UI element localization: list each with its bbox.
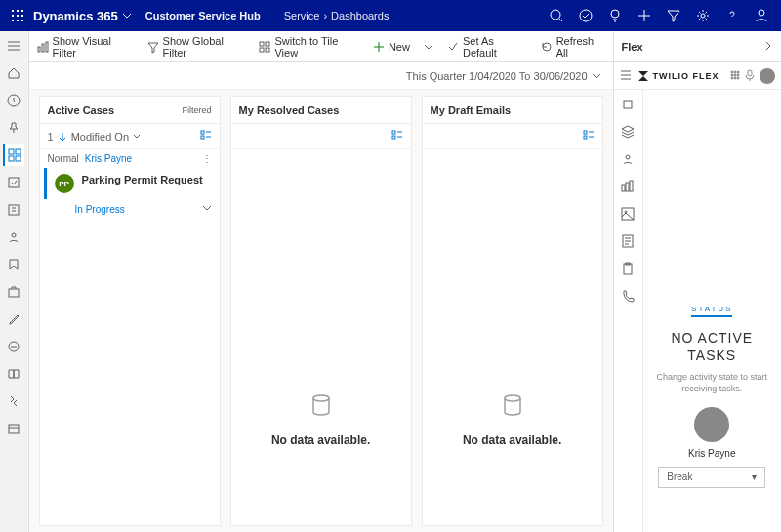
svg-rect-27 <box>46 42 48 52</box>
svg-rect-31 <box>266 48 269 52</box>
svg-rect-20 <box>9 205 19 215</box>
empty-state: No data available. <box>231 149 411 525</box>
refresh-button[interactable]: Refresh All <box>541 35 605 59</box>
flex-title: Flex <box>622 41 643 53</box>
svg-rect-25 <box>38 47 40 52</box>
svg-point-45 <box>737 74 739 76</box>
help-icon[interactable] <box>719 2 746 29</box>
calendar-icon[interactable] <box>3 418 24 439</box>
case-priority: Normal <box>48 153 79 164</box>
svg-rect-37 <box>584 131 587 134</box>
case-status-row[interactable]: In Progress <box>40 199 220 219</box>
chevron-right-icon[interactable] <box>763 41 773 53</box>
queues-icon[interactable] <box>3 336 24 357</box>
caret-down-icon: ▾ <box>752 471 757 482</box>
set-default-button[interactable]: Set As Default <box>447 35 527 59</box>
sort-field: Modified On <box>71 131 129 143</box>
col-title: My Resolved Cases <box>239 104 340 116</box>
contacts-icon[interactable] <box>3 226 24 248</box>
visual-filter-button[interactable]: Show Visual Filter <box>37 35 134 59</box>
image-icon[interactable] <box>619 205 637 223</box>
app-launcher-icon[interactable] <box>6 4 29 27</box>
svg-point-10 <box>580 10 592 21</box>
agent-icon[interactable] <box>619 96 637 113</box>
svg-rect-5 <box>21 15 23 17</box>
accounts-icon[interactable] <box>3 199 24 221</box>
edit-icon[interactable] <box>3 308 24 330</box>
view-options-icon[interactable] <box>391 130 403 143</box>
column-resolved-cases: My Resolved Cases No data available. <box>230 96 412 526</box>
no-tasks-heading: NO ACTIVE TASKS <box>651 329 773 364</box>
svg-rect-33 <box>201 136 204 139</box>
breadcrumb-service[interactable]: Service <box>284 10 320 21</box>
gear-icon[interactable] <box>689 2 717 29</box>
svg-rect-32 <box>201 131 204 134</box>
filter-icon[interactable] <box>660 2 687 29</box>
global-filter-button[interactable]: Show Global Filter <box>147 35 246 59</box>
breadcrumb: Service › Dashboards <box>284 10 390 21</box>
assistant-icon[interactable] <box>572 2 599 29</box>
case-owner[interactable]: Kris Payne <box>85 153 132 164</box>
activities-icon[interactable] <box>3 172 24 193</box>
view-options-icon[interactable] <box>200 130 212 143</box>
new-button[interactable]: New <box>373 41 410 53</box>
tile-view-button[interactable]: Switch to Tile View <box>259 35 358 59</box>
view-options-icon[interactable] <box>583 130 595 143</box>
svg-rect-17 <box>9 156 14 161</box>
row-more-icon[interactable]: ⋮ <box>202 153 212 164</box>
filtered-label: Filtered <box>183 105 212 115</box>
search-icon[interactable] <box>543 2 570 29</box>
add-icon[interactable] <box>631 2 658 29</box>
svg-rect-52 <box>622 185 625 191</box>
column-sort-bar[interactable]: 1 Modified On <box>40 124 220 149</box>
case-status: In Progress <box>75 204 125 215</box>
header-actions <box>543 2 775 29</box>
tools-icon[interactable] <box>3 390 24 412</box>
account-icon[interactable] <box>748 2 775 29</box>
svg-point-36 <box>313 395 329 401</box>
no-data-label: No data available. <box>463 433 561 447</box>
breadcrumb-dashboards[interactable]: Dashboards <box>331 10 389 21</box>
column-sort-bar[interactable] <box>231 124 411 149</box>
cases-icon[interactable] <box>3 281 24 303</box>
sort-arrow-icon <box>58 132 67 142</box>
new-dropdown[interactable] <box>424 42 433 52</box>
chevron-down-icon[interactable] <box>122 11 132 20</box>
recent-icon[interactable] <box>3 90 24 111</box>
svg-rect-0 <box>12 10 14 12</box>
svg-rect-7 <box>17 20 19 21</box>
hamburger-icon[interactable] <box>3 35 24 57</box>
column-sort-bar[interactable] <box>423 124 602 149</box>
lightbulb-icon[interactable] <box>601 2 629 29</box>
svg-point-13 <box>759 10 764 16</box>
avatar[interactable] <box>760 68 775 84</box>
layers-icon[interactable] <box>619 123 637 141</box>
queues-stats-icon[interactable] <box>619 178 637 195</box>
phone-icon[interactable] <box>619 287 637 305</box>
home-icon[interactable] <box>3 62 24 84</box>
chevron-down-icon[interactable] <box>202 203 212 215</box>
svg-rect-38 <box>584 136 587 139</box>
case-card[interactable]: PP Parking Permit Request <box>44 168 220 199</box>
activity-state-select[interactable]: Break ▾ <box>658 467 765 488</box>
pin-icon[interactable] <box>3 117 24 139</box>
svg-rect-49 <box>748 70 752 76</box>
svg-rect-19 <box>9 178 19 187</box>
knowledge-icon[interactable] <box>3 363 24 385</box>
clipboard-icon[interactable] <box>619 260 637 277</box>
svg-rect-3 <box>12 15 14 17</box>
date-range-selector[interactable]: This Quarter 1/04/2020 To 30/06/2020 <box>406 70 601 82</box>
mic-icon[interactable] <box>745 69 755 83</box>
activity-state-value: Break <box>667 471 692 482</box>
svg-point-41 <box>734 71 736 73</box>
svg-point-44 <box>734 74 736 76</box>
dashboards-icon[interactable] <box>3 144 24 166</box>
svg-rect-4 <box>17 15 19 17</box>
svg-rect-1 <box>17 10 19 12</box>
dialpad-icon[interactable] <box>730 70 740 82</box>
hamburger-icon[interactable] <box>620 69 632 83</box>
teams-icon[interactable] <box>619 150 637 168</box>
social-icon[interactable] <box>3 254 24 275</box>
flex-panel: Flex TWILIO FLEX <box>613 31 781 532</box>
notes-icon[interactable] <box>619 232 637 250</box>
